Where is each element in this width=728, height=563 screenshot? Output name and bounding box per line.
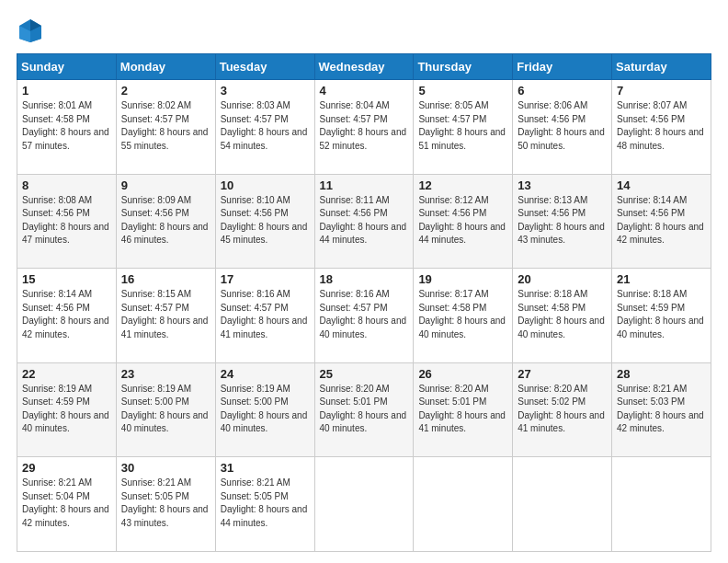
cell-text: Sunrise: 8:14 AMSunset: 4:56 PMDaylight:… [22,289,109,339]
cell-text: Sunrise: 8:20 AMSunset: 5:01 PMDaylight:… [418,384,506,434]
day-number: 6 [518,84,607,98]
day-number: 16 [121,272,210,286]
day-number: 2 [121,84,210,98]
page: SundayMondayTuesdayWednesdayThursdayFrid… [0,0,728,563]
calendar-week-3: 15Sunrise: 8:14 AMSunset: 4:56 PMDayligh… [17,269,711,363]
calendar-cell: 27Sunrise: 8:20 AMSunset: 5:02 PMDayligh… [513,362,612,457]
calendar-cell: 29Sunrise: 8:21 AMSunset: 5:04 PMDayligh… [17,457,117,552]
day-number: 23 [121,367,210,381]
cell-text: Sunrise: 8:06 AMSunset: 4:56 PMDaylight:… [518,100,605,151]
calendar-cell: 5Sunrise: 8:05 AMSunset: 4:57 PMDaylight… [414,80,513,175]
col-header-monday: Monday [116,54,215,80]
calendar-cell: 4Sunrise: 8:04 AMSunset: 4:57 PMDaylight… [314,80,414,175]
day-number: 10 [221,178,310,192]
cell-text: Sunrise: 8:01 AMSunset: 4:58 PMDaylight:… [22,100,109,151]
cell-text: Sunrise: 8:18 AMSunset: 4:59 PMDaylight:… [617,289,704,339]
calendar-cell: 14Sunrise: 8:14 AMSunset: 4:56 PMDayligh… [612,174,711,269]
calendar-cell: 28Sunrise: 8:21 AMSunset: 5:03 PMDayligh… [612,362,711,457]
calendar-cell: 18Sunrise: 8:16 AMSunset: 4:57 PMDayligh… [314,269,414,363]
calendar-cell: 23Sunrise: 8:19 AMSunset: 5:00 PMDayligh… [116,362,215,457]
day-number: 12 [418,178,507,192]
day-number: 21 [617,272,706,286]
cell-text: Sunrise: 8:21 AMSunset: 5:04 PMDaylight:… [22,477,109,528]
calendar-cell [314,457,414,552]
day-number: 26 [418,367,507,381]
day-number: 9 [121,178,210,192]
calendar-cell: 26Sunrise: 8:20 AMSunset: 5:01 PMDayligh… [414,362,513,457]
calendar-cell: 25Sunrise: 8:20 AMSunset: 5:01 PMDayligh… [314,362,414,457]
calendar-week-1: 1Sunrise: 8:01 AMSunset: 4:58 PMDaylight… [17,80,711,175]
logo-icon [17,17,44,44]
day-number: 31 [221,461,310,475]
calendar-week-4: 22Sunrise: 8:19 AMSunset: 4:59 PMDayligh… [17,362,711,457]
day-number: 29 [22,461,111,475]
calendar-cell: 30Sunrise: 8:21 AMSunset: 5:05 PMDayligh… [116,457,215,552]
col-header-thursday: Thursday [414,54,513,80]
cell-text: Sunrise: 8:13 AMSunset: 4:56 PMDaylight:… [518,195,605,246]
cell-text: Sunrise: 8:10 AMSunset: 4:56 PMDaylight:… [221,195,308,246]
cell-text: Sunrise: 8:21 AMSunset: 5:03 PMDaylight:… [617,384,704,434]
calendar-cell: 6Sunrise: 8:06 AMSunset: 4:56 PMDaylight… [513,80,612,175]
cell-text: Sunrise: 8:04 AMSunset: 4:57 PMDaylight:… [320,100,407,151]
calendar-cell: 10Sunrise: 8:10 AMSunset: 4:56 PMDayligh… [215,174,314,269]
day-number: 5 [418,84,507,98]
col-header-tuesday: Tuesday [215,54,314,80]
calendar-cell: 20Sunrise: 8:18 AMSunset: 4:58 PMDayligh… [513,269,612,363]
col-header-wednesday: Wednesday [314,54,414,80]
cell-text: Sunrise: 8:19 AMSunset: 4:59 PMDaylight:… [22,384,109,434]
cell-text: Sunrise: 8:16 AMSunset: 4:57 PMDaylight:… [320,289,407,339]
header [17,17,711,44]
cell-text: Sunrise: 8:21 AMSunset: 5:05 PMDaylight:… [121,477,209,528]
day-number: 13 [518,178,607,192]
calendar-cell: 13Sunrise: 8:13 AMSunset: 4:56 PMDayligh… [513,174,612,269]
calendar-header-row: SundayMondayTuesdayWednesdayThursdayFrid… [17,54,711,80]
calendar-cell: 1Sunrise: 8:01 AMSunset: 4:58 PMDaylight… [17,80,117,175]
calendar-week-2: 8Sunrise: 8:08 AMSunset: 4:56 PMDaylight… [17,174,711,269]
day-number: 19 [418,272,507,286]
calendar-cell: 17Sunrise: 8:16 AMSunset: 4:57 PMDayligh… [215,269,314,363]
cell-text: Sunrise: 8:03 AMSunset: 4:57 PMDaylight:… [221,100,308,151]
cell-text: Sunrise: 8:05 AMSunset: 4:57 PMDaylight:… [418,100,506,151]
calendar-cell [414,457,513,552]
calendar-cell: 22Sunrise: 8:19 AMSunset: 4:59 PMDayligh… [17,362,117,457]
calendar-cell: 12Sunrise: 8:12 AMSunset: 4:56 PMDayligh… [414,174,513,269]
calendar-cell: 21Sunrise: 8:18 AMSunset: 4:59 PMDayligh… [612,269,711,363]
day-number: 22 [22,367,111,381]
calendar-cell [513,457,612,552]
calendar-cell: 19Sunrise: 8:17 AMSunset: 4:58 PMDayligh… [414,269,513,363]
calendar-cell: 2Sunrise: 8:02 AMSunset: 4:57 PMDaylight… [116,80,215,175]
cell-text: Sunrise: 8:20 AMSunset: 5:01 PMDaylight:… [320,384,407,434]
day-number: 1 [22,84,111,98]
cell-text: Sunrise: 8:08 AMSunset: 4:56 PMDaylight:… [22,195,109,246]
day-number: 3 [221,84,310,98]
cell-text: Sunrise: 8:14 AMSunset: 4:56 PMDaylight:… [617,195,704,246]
col-header-friday: Friday [513,54,612,80]
cell-text: Sunrise: 8:17 AMSunset: 4:58 PMDaylight:… [418,289,506,339]
calendar-cell: 31Sunrise: 8:21 AMSunset: 5:05 PMDayligh… [215,457,314,552]
cell-text: Sunrise: 8:15 AMSunset: 4:57 PMDaylight:… [121,289,209,339]
calendar-cell: 8Sunrise: 8:08 AMSunset: 4:56 PMDaylight… [17,174,117,269]
calendar-cell: 7Sunrise: 8:07 AMSunset: 4:56 PMDaylight… [612,80,711,175]
col-header-saturday: Saturday [612,54,711,80]
day-number: 28 [617,367,706,381]
day-number: 30 [121,461,210,475]
cell-text: Sunrise: 8:19 AMSunset: 5:00 PMDaylight:… [121,384,209,434]
cell-text: Sunrise: 8:16 AMSunset: 4:57 PMDaylight:… [221,289,308,339]
day-number: 11 [320,178,409,192]
cell-text: Sunrise: 8:07 AMSunset: 4:56 PMDaylight:… [617,100,704,151]
cell-text: Sunrise: 8:18 AMSunset: 4:58 PMDaylight:… [518,289,605,339]
calendar-cell: 11Sunrise: 8:11 AMSunset: 4:56 PMDayligh… [314,174,414,269]
calendar-cell: 3Sunrise: 8:03 AMSunset: 4:57 PMDaylight… [215,80,314,175]
logo [17,17,48,44]
day-number: 24 [221,367,310,381]
cell-text: Sunrise: 8:02 AMSunset: 4:57 PMDaylight:… [121,100,209,151]
cell-text: Sunrise: 8:20 AMSunset: 5:02 PMDaylight:… [518,384,605,434]
calendar-cell: 24Sunrise: 8:19 AMSunset: 5:00 PMDayligh… [215,362,314,457]
day-number: 20 [518,272,607,286]
day-number: 7 [617,84,706,98]
calendar-cell: 15Sunrise: 8:14 AMSunset: 4:56 PMDayligh… [17,269,117,363]
calendar-cell [612,457,711,552]
cell-text: Sunrise: 8:12 AMSunset: 4:56 PMDaylight:… [418,195,506,246]
day-number: 14 [617,178,706,192]
day-number: 17 [221,272,310,286]
